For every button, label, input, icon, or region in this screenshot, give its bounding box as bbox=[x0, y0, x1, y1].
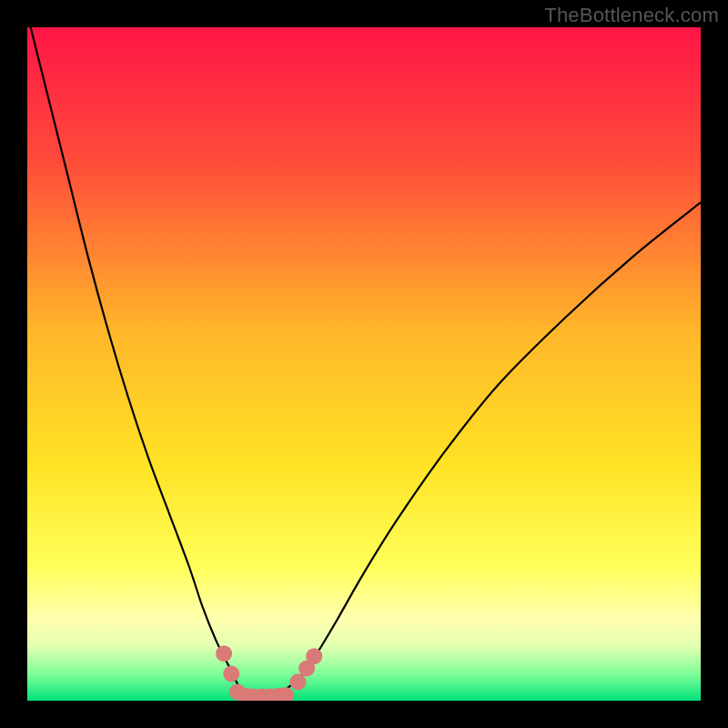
chart-frame: TheBottleneck.com bbox=[0, 0, 728, 728]
highlight-dot bbox=[216, 645, 232, 662]
highlight-dot bbox=[223, 665, 239, 682]
watermark-text: TheBottleneck.com bbox=[544, 4, 719, 27]
gradient-background bbox=[27, 27, 701, 701]
chart-svg bbox=[27, 27, 701, 701]
highlight-dot bbox=[306, 648, 322, 664]
highlight-dot bbox=[289, 673, 306, 690]
plot-area bbox=[27, 27, 701, 701]
